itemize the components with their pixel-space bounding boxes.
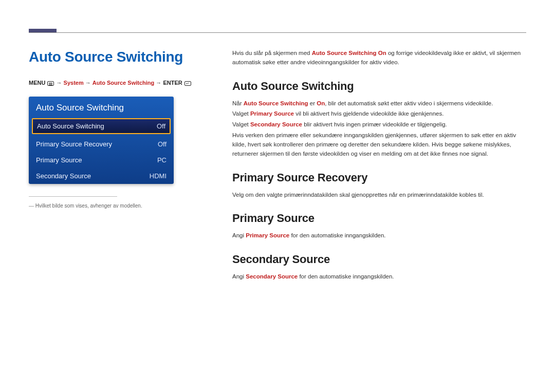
- page-title: Auto Source Switching: [29, 49, 208, 65]
- osd-row-value: HDMI: [150, 172, 166, 180]
- body-text: Valget Primary Source vil bli aktivert h…: [232, 109, 526, 119]
- footnote: Hvilket bilde som vises, avhenger av mod…: [29, 203, 208, 209]
- text: er: [308, 100, 317, 106]
- section-heading-psr: Primary Source Recovery: [232, 171, 526, 184]
- breadcrumb-system: System: [64, 80, 84, 86]
- osd-row-value: PC: [157, 156, 166, 164]
- body-text: Velg om den valgte primærinndatakilden s…: [232, 191, 526, 200]
- arrow-icon: →: [57, 80, 64, 86]
- keyword: Auto Source Switching: [244, 100, 308, 106]
- osd-row[interactable]: Auto Source SwitchingOff: [32, 118, 171, 134]
- main-content: Auto Source Switching MENU → System → Au…: [0, 0, 555, 298]
- keyword: Primary Source: [250, 110, 294, 117]
- text: Angi: [232, 273, 246, 279]
- text: blir aktivert hvis ingen primær videokil…: [302, 121, 447, 127]
- keyword: On: [317, 100, 325, 106]
- osd-row[interactable]: Primary SourcePC: [29, 152, 174, 168]
- osd-row-label: Primary Source: [36, 156, 82, 164]
- body-text: Når Auto Source Switching er On, blir de…: [232, 99, 526, 108]
- menu-icon: [47, 81, 54, 86]
- breadcrumb: MENU → System → Auto Source Switching → …: [29, 79, 208, 87]
- osd-row[interactable]: Primary Source RecoveryOff: [29, 136, 174, 152]
- breadcrumb-menu: MENU: [29, 80, 45, 86]
- keyword: Auto Source Switching On: [312, 50, 386, 56]
- osd-row-label: Auto Source Switching: [37, 122, 104, 130]
- arrow-icon: →: [85, 80, 92, 86]
- osd-row-label: Secondary Source: [36, 172, 91, 180]
- keyword: Secondary Source: [246, 273, 298, 279]
- osd-title: Auto Source Switching: [29, 97, 174, 118]
- text: , blir det automatisk søkt etter aktiv v…: [325, 100, 493, 106]
- arrow-icon: →: [156, 80, 163, 86]
- body-text: Hvis verken den primære eller sekundære …: [232, 131, 526, 158]
- text: Når: [232, 100, 244, 106]
- right-column: Hvis du slår på skjermen med Auto Source…: [232, 49, 526, 283]
- body-text: Angi Primary Source for den automatiske …: [232, 231, 526, 240]
- body-text: Valget Secondary Source blir aktivert hv…: [232, 120, 526, 129]
- header-rule: [29, 32, 526, 33]
- left-column: Auto Source Switching MENU → System → Au…: [29, 49, 208, 283]
- intro-paragraph: Hvis du slår på skjermen med Auto Source…: [232, 49, 526, 67]
- osd-row-value: Off: [157, 122, 165, 130]
- section-heading-ass: Auto Source Switching: [232, 80, 526, 93]
- keyword: Primary Source: [246, 232, 289, 238]
- osd-panel: Auto Source Switching Auto Source Switch…: [29, 97, 174, 184]
- divider: [29, 196, 117, 197]
- osd-row-label: Primary Source Recovery: [36, 140, 112, 148]
- text: vil bli aktivert hvis gjeldende videokil…: [294, 110, 444, 117]
- text: for den automatiske inngangskilden.: [298, 273, 394, 279]
- body-text: Angi Secondary Source for den automatisk…: [232, 272, 526, 282]
- osd-row-value: Off: [158, 140, 166, 148]
- section-heading-ps: Primary Source: [232, 212, 526, 225]
- text: Valget: [232, 110, 250, 117]
- text: Valget: [232, 121, 250, 127]
- text: Angi: [232, 232, 246, 238]
- text: Hvis du slår på skjermen med: [232, 50, 312, 56]
- text: for den automatiske inngangskilden.: [289, 232, 385, 238]
- section-heading-ss: Secondary Source: [232, 253, 526, 266]
- breadcrumb-item: Auto Source Switching: [92, 80, 154, 86]
- breadcrumb-enter: ENTER: [163, 80, 182, 86]
- osd-row[interactable]: Secondary SourceHDMI: [29, 168, 174, 184]
- keyword: Secondary Source: [250, 121, 302, 127]
- enter-icon: [184, 81, 191, 86]
- header-indicator: [29, 29, 57, 32]
